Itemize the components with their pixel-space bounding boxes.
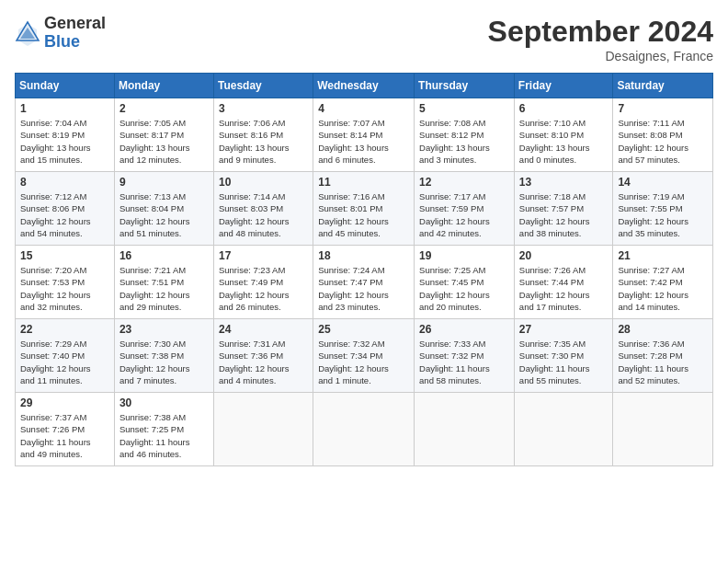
day-info: Sunrise: 7:33 AMSunset: 7:32 PMDaylight:… [419, 338, 509, 386]
calendar-cell: 12Sunrise: 7:17 AMSunset: 7:59 PMDayligh… [415, 172, 515, 246]
calendar-cell: 22Sunrise: 7:29 AMSunset: 7:40 PMDayligh… [16, 319, 115, 393]
calendar-cell: 6Sunrise: 7:10 AMSunset: 8:10 PMDaylight… [514, 98, 613, 172]
header: General Blue September 2024 Desaignes, F… [15, 15, 713, 63]
calendar-cell: 8Sunrise: 7:12 AMSunset: 8:06 PMDaylight… [16, 172, 115, 246]
month-title: September 2024 [488, 15, 713, 49]
calendar-cell [415, 393, 515, 466]
day-number: 16 [119, 249, 209, 262]
day-info: Sunrise: 7:37 AMSunset: 7:26 PMDaylight:… [20, 411, 109, 460]
calendar-week-5: 29Sunrise: 7:37 AMSunset: 7:26 PMDayligh… [16, 393, 713, 466]
day-info: Sunrise: 7:26 AMSunset: 7:44 PMDaylight:… [519, 264, 609, 313]
day-info: Sunrise: 7:05 AMSunset: 8:17 PMDaylight:… [119, 117, 209, 166]
day-number: 4 [318, 102, 409, 115]
day-number: 24 [219, 323, 308, 336]
calendar-cell: 9Sunrise: 7:13 AMSunset: 8:04 PMDaylight… [114, 172, 213, 246]
calendar-header-row: Sunday Monday Tuesday Wednesday Thursday… [16, 74, 713, 98]
day-info: Sunrise: 7:06 AMSunset: 8:16 PMDaylight:… [219, 117, 308, 166]
day-info: Sunrise: 7:35 AMSunset: 7:30 PMDaylight:… [519, 338, 609, 386]
logo-blue-text: Blue [44, 33, 106, 52]
logo-general-text: General [44, 15, 106, 33]
col-wednesday: Wednesday [313, 74, 415, 98]
calendar-cell: 11Sunrise: 7:16 AMSunset: 8:01 PMDayligh… [313, 172, 415, 246]
day-number: 22 [20, 323, 109, 336]
calendar-cell: 5Sunrise: 7:08 AMSunset: 8:12 PMDaylight… [415, 98, 515, 172]
day-number: 3 [219, 102, 308, 115]
day-number: 20 [519, 249, 609, 262]
calendar-cell: 29Sunrise: 7:37 AMSunset: 7:26 PMDayligh… [16, 393, 115, 466]
calendar-cell: 10Sunrise: 7:14 AMSunset: 8:03 PMDayligh… [213, 172, 313, 246]
calendar-cell: 30Sunrise: 7:38 AMSunset: 7:25 PMDayligh… [114, 393, 213, 466]
day-info: Sunrise: 7:12 AMSunset: 8:06 PMDaylight:… [20, 190, 109, 239]
day-number: 23 [119, 323, 209, 336]
day-info: Sunrise: 7:36 AMSunset: 7:28 PMDaylight:… [618, 338, 708, 386]
day-info: Sunrise: 7:17 AMSunset: 7:59 PMDaylight:… [419, 190, 509, 239]
day-number: 12 [419, 176, 509, 189]
calendar-cell: 15Sunrise: 7:20 AMSunset: 7:53 PMDayligh… [16, 246, 115, 319]
calendar-week-2: 8Sunrise: 7:12 AMSunset: 8:06 PMDaylight… [16, 172, 713, 246]
calendar-cell: 26Sunrise: 7:33 AMSunset: 7:32 PMDayligh… [415, 319, 515, 393]
day-info: Sunrise: 7:10 AMSunset: 8:10 PMDaylight:… [519, 117, 609, 166]
day-number: 18 [318, 249, 409, 262]
calendar-cell: 7Sunrise: 7:11 AMSunset: 8:08 PMDaylight… [613, 98, 713, 172]
calendar-cell: 19Sunrise: 7:25 AMSunset: 7:45 PMDayligh… [415, 246, 515, 319]
day-info: Sunrise: 7:19 AMSunset: 7:55 PMDaylight:… [618, 190, 708, 239]
calendar-week-3: 15Sunrise: 7:20 AMSunset: 7:53 PMDayligh… [16, 246, 713, 319]
day-number: 30 [119, 396, 209, 409]
day-number: 11 [318, 176, 409, 189]
day-number: 7 [618, 102, 708, 115]
calendar-cell: 14Sunrise: 7:19 AMSunset: 7:55 PMDayligh… [613, 172, 713, 246]
calendar-cell: 18Sunrise: 7:24 AMSunset: 7:47 PMDayligh… [313, 246, 415, 319]
day-info: Sunrise: 7:31 AMSunset: 7:36 PMDaylight:… [219, 338, 308, 386]
calendar-cell [313, 393, 415, 466]
calendar-cell: 17Sunrise: 7:23 AMSunset: 7:49 PMDayligh… [213, 246, 313, 319]
day-number: 27 [519, 323, 609, 336]
calendar-cell: 21Sunrise: 7:27 AMSunset: 7:42 PMDayligh… [613, 246, 713, 319]
day-info: Sunrise: 7:23 AMSunset: 7:49 PMDaylight:… [219, 264, 308, 313]
calendar-cell: 1Sunrise: 7:04 AMSunset: 8:19 PMDaylight… [16, 98, 115, 172]
calendar-cell: 16Sunrise: 7:21 AMSunset: 7:51 PMDayligh… [114, 246, 213, 319]
day-info: Sunrise: 7:30 AMSunset: 7:38 PMDaylight:… [119, 338, 209, 386]
calendar-cell: 24Sunrise: 7:31 AMSunset: 7:36 PMDayligh… [213, 319, 313, 393]
day-info: Sunrise: 7:27 AMSunset: 7:42 PMDaylight:… [618, 264, 708, 313]
calendar-cell: 13Sunrise: 7:18 AMSunset: 7:57 PMDayligh… [514, 172, 613, 246]
day-number: 9 [119, 176, 209, 189]
day-info: Sunrise: 7:24 AMSunset: 7:47 PMDaylight:… [318, 264, 409, 313]
col-sunday: Sunday [16, 74, 115, 98]
day-info: Sunrise: 7:04 AMSunset: 8:19 PMDaylight:… [20, 117, 109, 166]
day-number: 10 [219, 176, 308, 189]
day-number: 2 [119, 102, 209, 115]
day-number: 5 [419, 102, 509, 115]
title-block: September 2024 Desaignes, France [488, 15, 713, 63]
calendar-cell: 25Sunrise: 7:32 AMSunset: 7:34 PMDayligh… [313, 319, 415, 393]
calendar-cell: 27Sunrise: 7:35 AMSunset: 7:30 PMDayligh… [514, 319, 613, 393]
calendar-cell: 28Sunrise: 7:36 AMSunset: 7:28 PMDayligh… [613, 319, 713, 393]
day-number: 15 [20, 249, 109, 262]
day-info: Sunrise: 7:29 AMSunset: 7:40 PMDaylight:… [20, 338, 109, 386]
col-monday: Monday [114, 74, 213, 98]
calendar-cell [213, 393, 313, 466]
day-number: 17 [219, 249, 308, 262]
day-number: 19 [419, 249, 509, 262]
day-info: Sunrise: 7:16 AMSunset: 8:01 PMDaylight:… [318, 190, 409, 239]
day-info: Sunrise: 7:14 AMSunset: 8:03 PMDaylight:… [219, 190, 308, 239]
day-info: Sunrise: 7:18 AMSunset: 7:57 PMDaylight:… [519, 190, 609, 239]
day-info: Sunrise: 7:38 AMSunset: 7:25 PMDaylight:… [119, 411, 209, 460]
col-thursday: Thursday [415, 74, 515, 98]
calendar-cell: 2Sunrise: 7:05 AMSunset: 8:17 PMDaylight… [114, 98, 213, 172]
col-friday: Friday [514, 74, 613, 98]
day-number: 29 [20, 396, 109, 409]
col-saturday: Saturday [613, 74, 713, 98]
calendar-week-1: 1Sunrise: 7:04 AMSunset: 8:19 PMDaylight… [16, 98, 713, 172]
day-number: 6 [519, 102, 609, 115]
calendar-cell [613, 393, 713, 466]
logo-icon [15, 20, 40, 46]
calendar-cell: 23Sunrise: 7:30 AMSunset: 7:38 PMDayligh… [114, 319, 213, 393]
col-tuesday: Tuesday [213, 74, 313, 98]
day-number: 14 [618, 176, 708, 189]
day-number: 26 [419, 323, 509, 336]
day-info: Sunrise: 7:32 AMSunset: 7:34 PMDaylight:… [318, 338, 409, 386]
calendar-cell: 20Sunrise: 7:26 AMSunset: 7:44 PMDayligh… [514, 246, 613, 319]
day-number: 13 [519, 176, 609, 189]
day-info: Sunrise: 7:25 AMSunset: 7:45 PMDaylight:… [419, 264, 509, 313]
calendar-cell: 3Sunrise: 7:06 AMSunset: 8:16 PMDaylight… [213, 98, 313, 172]
